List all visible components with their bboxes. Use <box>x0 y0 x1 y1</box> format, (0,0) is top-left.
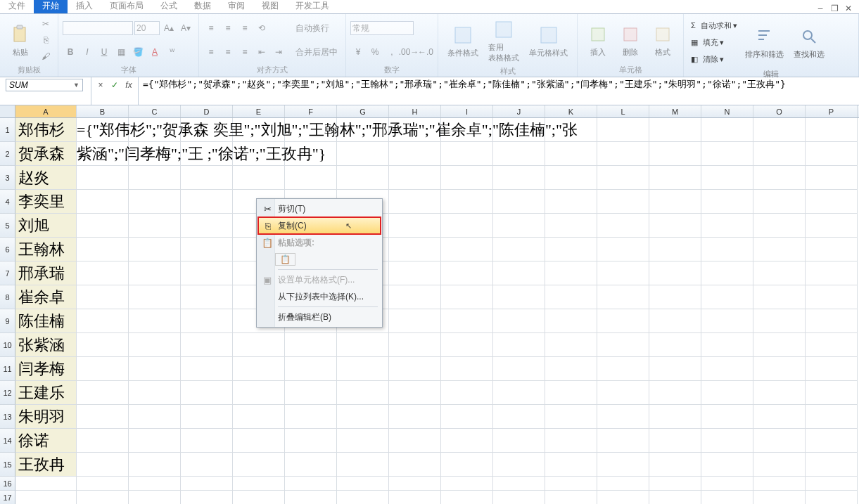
cell[interactable] <box>649 429 701 453</box>
cell[interactable] <box>233 118 285 142</box>
cell[interactable] <box>597 285 649 309</box>
row-header[interactable]: 5 <box>0 214 15 238</box>
cell[interactable] <box>806 309 858 333</box>
cell[interactable] <box>597 477 649 491</box>
cell[interactable] <box>701 285 753 309</box>
cell[interactable] <box>389 166 441 190</box>
row-header[interactable]: 9 <box>0 309 15 333</box>
sort-filter-button[interactable]: 排序和筛选 <box>740 16 789 68</box>
cell[interactable] <box>649 285 701 309</box>
cell[interactable] <box>649 357 701 381</box>
cut-icon[interactable]: ✂ <box>38 17 53 31</box>
fill-button[interactable]: 填充 <box>703 37 718 48</box>
cell[interactable] <box>337 477 389 491</box>
cell[interactable] <box>181 261 233 285</box>
cell[interactable] <box>389 190 441 214</box>
close-icon[interactable]: ✕ <box>842 4 855 13</box>
cell[interactable] <box>285 166 337 190</box>
cell[interactable] <box>753 429 806 453</box>
cell[interactable] <box>389 142 441 166</box>
cell[interactable] <box>181 142 233 166</box>
ctx-pick-from-list[interactable]: 从下拉列表中选择(K)... <box>258 288 381 305</box>
cell[interactable] <box>701 309 753 333</box>
enter-formula-button[interactable]: ✓ <box>108 79 121 91</box>
cell[interactable] <box>233 429 285 453</box>
cell[interactable] <box>337 491 389 504</box>
font-color-icon[interactable]: A <box>147 45 163 59</box>
cell[interactable] <box>181 333 233 357</box>
cell[interactable] <box>701 453 753 477</box>
font-size-combo[interactable] <box>134 21 160 35</box>
cell[interactable] <box>701 214 753 238</box>
col-header[interactable]: K <box>545 105 597 117</box>
col-header[interactable]: I <box>441 105 493 117</box>
cell[interactable] <box>285 357 337 381</box>
cell[interactable] <box>493 261 545 285</box>
cell[interactable] <box>233 405 285 429</box>
col-header[interactable]: B <box>77 105 129 117</box>
cell[interactable] <box>77 429 129 453</box>
row-header[interactable]: 2 <box>0 142 15 166</box>
fill-color-icon[interactable]: 🪣 <box>130 45 146 59</box>
ctx-collapse-bar[interactable]: 折叠编辑栏(B) <box>258 309 381 325</box>
cell[interactable] <box>493 357 545 381</box>
col-header[interactable]: P <box>806 105 858 117</box>
cell[interactable] <box>493 477 545 491</box>
table-format-button[interactable]: 套用 表格格式 <box>483 16 524 65</box>
cell[interactable] <box>806 261 858 285</box>
comma-icon[interactable]: , <box>384 45 400 59</box>
cell[interactable] <box>129 261 181 285</box>
row-header[interactable]: 12 <box>0 381 15 405</box>
cell[interactable] <box>649 261 701 285</box>
tab-dev[interactable]: 开发工具 <box>287 0 338 13</box>
cell[interactable] <box>285 118 337 142</box>
cell[interactable] <box>285 491 337 504</box>
cell[interactable] <box>753 238 806 261</box>
cell[interactable] <box>753 309 806 333</box>
cell[interactable] <box>493 142 545 166</box>
cell[interactable] <box>129 238 181 261</box>
cell[interactable] <box>233 453 285 477</box>
merge-center-button[interactable]: 合并后居中 <box>292 45 341 59</box>
cell[interactable]: 王翰林 <box>15 238 77 261</box>
cell[interactable] <box>649 118 701 142</box>
cell[interactable] <box>545 491 597 504</box>
cell[interactable] <box>77 491 129 504</box>
cell[interactable] <box>233 381 285 405</box>
cell[interactable] <box>77 381 129 405</box>
cell[interactable] <box>129 477 181 491</box>
cell[interactable] <box>701 429 753 453</box>
cell[interactable] <box>545 118 597 142</box>
cell[interactable] <box>806 285 858 309</box>
cell[interactable]: 崔余卓 <box>15 285 77 309</box>
cell[interactable] <box>649 405 701 429</box>
cell[interactable]: 王孜冉 <box>15 453 77 477</box>
cell-styles-button[interactable]: 单元格样式 <box>524 16 573 65</box>
cell[interactable]: 陈佳楠 <box>15 309 77 333</box>
cell[interactable] <box>77 238 129 261</box>
delete-cells-button[interactable]: 删除 <box>614 16 647 64</box>
cell[interactable] <box>597 381 649 405</box>
cell[interactable] <box>389 453 441 477</box>
cell[interactable] <box>181 381 233 405</box>
italic-button[interactable]: I <box>79 45 95 59</box>
col-header[interactable]: C <box>129 105 181 117</box>
cell[interactable] <box>806 491 858 504</box>
cell[interactable] <box>545 357 597 381</box>
cell[interactable] <box>701 238 753 261</box>
align-right-icon[interactable]: ≡ <box>237 45 253 59</box>
cell[interactable] <box>129 285 181 309</box>
cell[interactable] <box>181 309 233 333</box>
name-box[interactable]: SUM ▼ <box>6 79 83 91</box>
cell[interactable] <box>597 214 649 238</box>
cell[interactable] <box>806 453 858 477</box>
cell[interactable] <box>806 429 858 453</box>
cell[interactable] <box>597 453 649 477</box>
currency-icon[interactable]: ¥ <box>350 45 366 59</box>
cell[interactable] <box>649 381 701 405</box>
cell[interactable] <box>129 333 181 357</box>
cell[interactable] <box>441 142 493 166</box>
tab-data[interactable]: 数据 <box>186 0 219 13</box>
cell[interactable] <box>129 405 181 429</box>
formula-input[interactable]: ={"郑伟杉";"贺承森";"赵炎";"李奕里";"刘旭";"王翰林";"邢承瑞… <box>139 77 859 105</box>
